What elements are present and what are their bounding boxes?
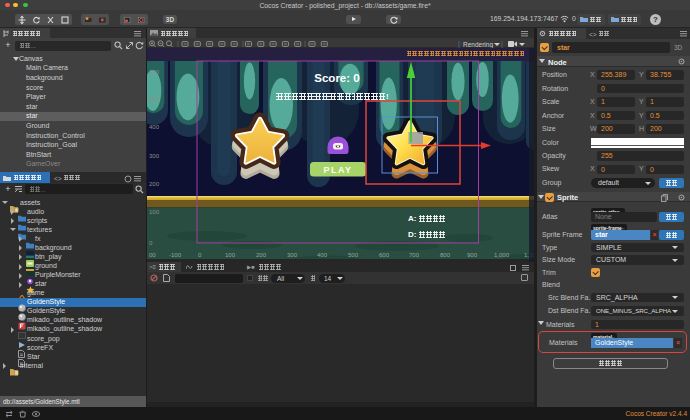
svg-text:300: 300 [287, 252, 298, 258]
svg-text:500: 500 [348, 252, 359, 258]
svg-text:600: 600 [149, 69, 160, 75]
svg-text:100: 100 [225, 252, 236, 258]
svg-text:PLAY: PLAY [323, 165, 352, 175]
svg-text:-100: -100 [169, 252, 182, 258]
svg-text:1,000: 1,000 [494, 252, 510, 258]
svg-text:700: 700 [409, 252, 420, 258]
svg-text:200: 200 [149, 181, 160, 187]
svg-text:00: 00 [149, 252, 156, 258]
svg-text:100: 100 [149, 209, 160, 215]
svg-text:800: 800 [440, 252, 451, 258]
svg-text:500: 500 [149, 96, 160, 102]
svg-text:200: 200 [256, 252, 267, 258]
svg-text:600: 600 [379, 252, 390, 258]
svg-text:400: 400 [317, 252, 328, 258]
svg-text:400: 400 [149, 124, 160, 130]
svg-text:Score: 0: Score: 0 [314, 72, 359, 84]
svg-text:300: 300 [149, 153, 160, 159]
svg-text:900: 900 [467, 252, 478, 258]
